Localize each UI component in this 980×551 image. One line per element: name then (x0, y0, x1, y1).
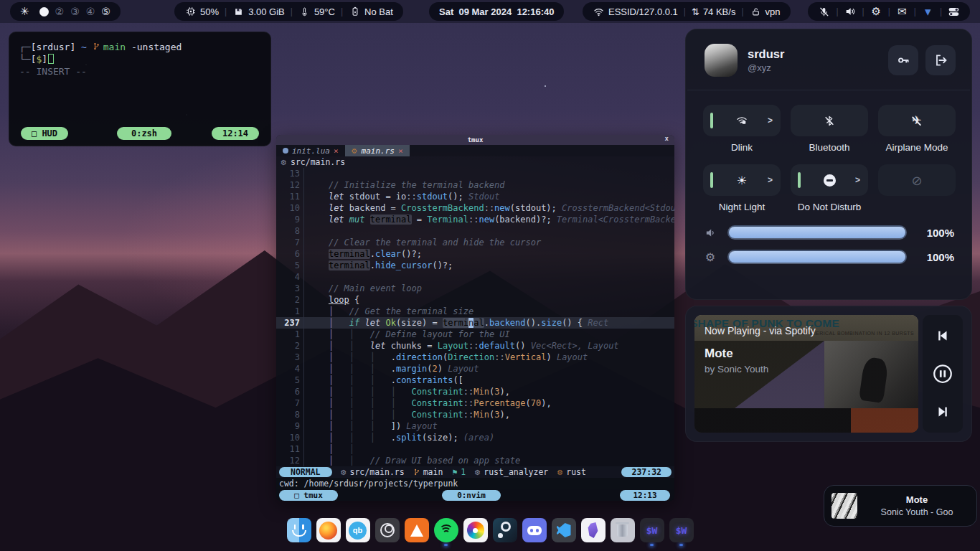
quick-toggle-airplane[interactable]: ✈ (878, 105, 956, 136)
dock-discord-icon[interactable] (522, 518, 547, 542)
dock-photos-icon[interactable] (463, 518, 488, 542)
code-line[interactable]: 10 │ │ │ .split(size); (area) (276, 432, 674, 443)
code-line[interactable]: 5 │ │ │ .constraints([ (276, 375, 674, 386)
workspace-2[interactable]: ② (55, 6, 65, 17)
code-line[interactable]: 8 (276, 225, 674, 237)
avatar (705, 44, 738, 77)
code-line[interactable]: 237 │ if let Ok(size) = terminal.backend… (276, 317, 674, 329)
code-area[interactable]: 1312 // Initialize the terminal backend1… (276, 168, 674, 466)
dock-trash-icon[interactable] (611, 518, 635, 542)
quick-toggle-bluetooth[interactable] (791, 105, 868, 136)
workspace-4[interactable]: ④ (86, 6, 95, 17)
quick-toggle-blocked[interactable]: ⊘ (878, 164, 956, 196)
code-line[interactable]: 4 (276, 271, 674, 283)
media-notification[interactable]: Mote Sonic Youth - Goo (824, 485, 977, 527)
dock-obs-icon[interactable] (375, 518, 400, 542)
dock-spotify-icon[interactable] (434, 518, 458, 542)
dock-finder-icon[interactable] (287, 518, 311, 542)
chevron-right-icon[interactable]: > (768, 116, 773, 126)
git-branch-icon (413, 468, 420, 476)
volume-value: 100% (917, 227, 954, 239)
volume-slider[interactable] (727, 225, 907, 240)
window-titlebar[interactable]: tmux x (276, 135, 674, 145)
tab-close-icon[interactable]: × (334, 146, 339, 156)
code-line[interactable]: 8 │ │ │ │ Constraint::Min(3), (276, 409, 674, 420)
code-line[interactable]: 12 // Initialize the terminal backend (276, 179, 674, 191)
dock-vscode-icon[interactable] (552, 518, 576, 542)
code-line[interactable]: 2 loop { (276, 294, 674, 306)
mic-muted-icon[interactable] (818, 6, 830, 18)
tab-main-rs[interactable]: ⚙ main.rs × (345, 145, 410, 156)
code-line[interactable]: 1 │ // Get the terminal size (276, 306, 674, 317)
dock-vlc-icon[interactable] (405, 518, 429, 542)
code-line[interactable]: 3 // Main event loop (276, 283, 674, 294)
quick-toggle-nightlight[interactable]: ☀> (703, 164, 781, 196)
previous-track-button[interactable] (932, 325, 953, 347)
code-line[interactable]: 2 │ │ let chunks = Layout::default() Vec… (276, 340, 674, 352)
editor-window[interactable]: tmux x init.lua × ⚙ main.rs × ⚙ src/main… (276, 135, 674, 501)
volume-icon[interactable] (844, 6, 857, 18)
code-line[interactable]: 10 let backend = CrosstermBackend::new(s… (276, 202, 674, 214)
code-line[interactable]: 7 │ │ │ │ Constraint::Percentage(70), (276, 397, 674, 409)
line-number: 2 (276, 340, 303, 352)
lock-keys-button[interactable] (888, 45, 918, 75)
code-line[interactable]: 6 terminal.clear()?; (276, 248, 674, 260)
chevron-right-icon[interactable]: > (768, 175, 773, 185)
mail-icon[interactable]: ✉ (896, 6, 908, 18)
brightness-slider[interactable] (727, 250, 907, 264)
separator: | (684, 6, 686, 17)
dock-sw2-icon[interactable]: $W (669, 518, 694, 542)
pause-button[interactable] (932, 363, 953, 385)
code-line[interactable]: 12 │ │ // Draw UI based on app state (276, 455, 674, 466)
hud-status-left: □ HUD (21, 127, 68, 140)
code-line[interactable]: 7 // Clear the terminal and hide the cur… (276, 237, 674, 248)
clock: Sat 09 Mar 2024 12:16:40 (439, 6, 554, 17)
code-line[interactable]: 9 │ │ │ ]) Layout (276, 420, 674, 432)
dock-sw1-icon[interactable]: $W (640, 518, 664, 542)
code-line[interactable]: 9 let mut terminal = Terminal::new(backe… (276, 214, 674, 225)
dock-obsidian-icon[interactable] (581, 518, 606, 542)
tab-close-icon[interactable]: × (398, 146, 403, 156)
network-pill[interactable]: ESSID/127.0.0.1 | ⇅ 74 KB/s | vpn (583, 2, 791, 21)
line-number: 10 (276, 432, 303, 443)
chevron-right-icon[interactable]: > (855, 175, 860, 185)
quick-toggle-dlink[interactable]: > (703, 105, 781, 136)
system-tray-pill: | | ⚙ | ✉ | ▾ | (808, 2, 970, 21)
tmux-window-pill[interactable]: 0:nvim (442, 490, 501, 501)
wifi-stat: ESSID/127.0.0.1 (593, 6, 678, 18)
hud-terminal-window[interactable]: ┌─[srdusr] ~ main -unstaged └─[$] -- INS… (9, 32, 271, 146)
dock-steam-icon[interactable] (493, 518, 517, 542)
code-line[interactable]: 1 │ │ // Define layout for the UI (276, 329, 674, 340)
tab-init-lua[interactable]: init.lua × (276, 145, 345, 156)
chevron-down-icon[interactable]: ▾ (922, 6, 934, 18)
code-line[interactable]: 11 │ │ (276, 443, 674, 455)
memory-value: 3.00 GiB (248, 6, 285, 17)
code-line[interactable]: 6 │ │ │ │ Constraint::Min(3), (276, 386, 674, 397)
quick-toggle-dnd[interactable]: > (791, 164, 868, 196)
code-line[interactable]: 4 │ │ │ .margin(2) Layout (276, 363, 674, 375)
settings-gear-icon[interactable]: ⚙ (870, 6, 882, 18)
code-line[interactable]: 11 let stdout = io::stdout(); Stdout (276, 191, 674, 202)
code-line[interactable]: 3 │ │ │ .direction(Direction::Vertical) … (276, 352, 674, 363)
toggles-icon[interactable] (948, 6, 960, 18)
code-line[interactable]: 5 terminal.hide_cursor()?; (276, 260, 674, 271)
workspace-3[interactable]: ③ (70, 6, 80, 17)
window-close-button[interactable]: x (665, 135, 669, 142)
buffer-tabs: init.lua × ⚙ main.rs × (276, 145, 674, 156)
workspace-switcher[interactable]: ②③④⑤ (39, 6, 110, 17)
dock-firefox-icon[interactable] (316, 518, 341, 542)
code-line[interactable]: 13 (276, 168, 674, 179)
logout-button[interactable] (925, 45, 956, 75)
quick-toggle-label: Bluetooth (809, 142, 849, 154)
media-panel: SHAPE OF PUNK TO COME A CHIMERICAL BOMBI… (685, 306, 972, 442)
rust-icon: ⚙ (352, 147, 358, 155)
workspace-5[interactable]: ⑤ (101, 6, 110, 17)
clock-pill[interactable]: Sat 09 Mar 2024 12:16:40 (429, 2, 564, 21)
next-track-button[interactable] (932, 401, 953, 423)
dock-qbittorrent-icon[interactable]: qb (346, 518, 370, 542)
workspace-1[interactable] (39, 7, 49, 17)
album-art-card[interactable]: SHAPE OF PUNK TO COME A CHIMERICAL BOMBI… (694, 315, 918, 433)
enabled-indicator (710, 172, 713, 188)
tmux-session-pill[interactable]: □ tmux (279, 490, 338, 501)
hud-status-clock: 12:14 (212, 127, 259, 140)
